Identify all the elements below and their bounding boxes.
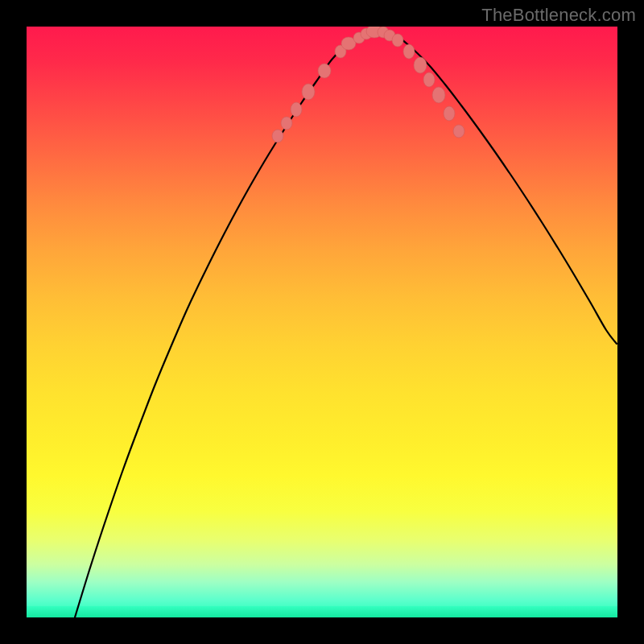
highlight-dot <box>272 130 283 142</box>
highlight-dot <box>423 72 435 87</box>
plot-area <box>27 27 617 617</box>
chart-canvas: TheBottleneck.com <box>0 0 644 644</box>
highlight-dot <box>291 102 302 117</box>
watermark-text: TheBottleneck.com <box>481 5 636 26</box>
highlight-dot <box>444 106 455 121</box>
highlight-dot <box>453 125 464 138</box>
highlight-dot <box>392 34 403 47</box>
highlight-dot <box>403 44 415 59</box>
highlight-dot <box>432 87 445 103</box>
highlight-dot <box>302 84 315 100</box>
highlight-dot <box>414 57 427 73</box>
highlight-dots-group <box>272 27 464 142</box>
highlight-dot <box>281 117 292 130</box>
dots-layer <box>27 27 617 617</box>
highlight-dot <box>318 64 331 78</box>
